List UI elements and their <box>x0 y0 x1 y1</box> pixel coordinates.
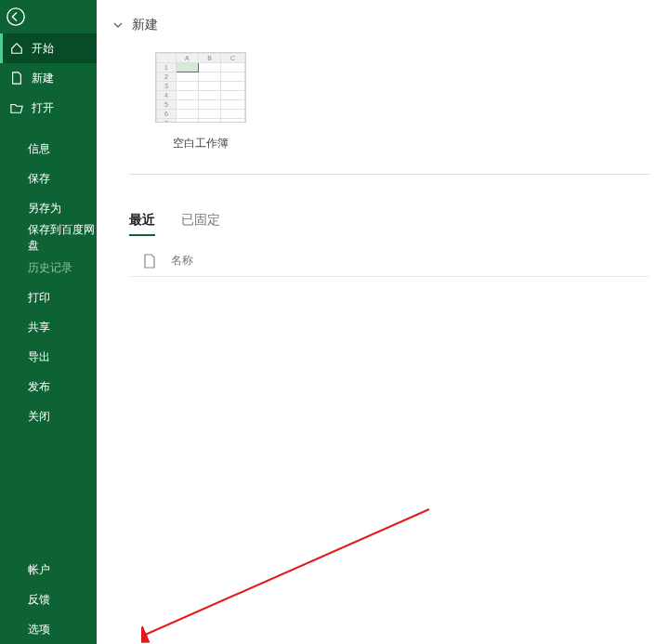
folder-open-icon <box>9 100 24 115</box>
nav-label: 导出 <box>28 349 50 365</box>
sidebar-item-account[interactable]: 帐户 <box>0 555 97 585</box>
sidebar-item-close[interactable]: 关闭 <box>0 401 97 431</box>
sidebar-item-history: 历史记录 <box>0 253 97 283</box>
nav-label: 反馈 <box>28 592 50 608</box>
nav-label: 帐户 <box>28 562 50 578</box>
back-button[interactable] <box>0 0 97 33</box>
svg-point-0 <box>7 8 24 25</box>
home-icon <box>9 41 24 56</box>
template-label: 空白工作簿 <box>145 136 256 151</box>
backstage-sidebar: 开始 新建 打开 信息 保存 另存为 保存到百度网盘 历史记录 打印 共享 导出… <box>0 0 97 644</box>
nav-label: 保存 <box>28 171 50 187</box>
sidebar-item-publish[interactable]: 发布 <box>0 372 97 401</box>
sidebar-item-info[interactable]: 信息 <box>0 134 97 164</box>
back-arrow-icon <box>6 7 26 27</box>
sidebar-item-home[interactable]: 开始 <box>0 33 97 63</box>
column-name: 名称 <box>171 253 193 269</box>
sidebar-item-options[interactable]: 选项 <box>0 614 97 644</box>
nav-label: 打开 <box>32 100 54 116</box>
templates-row: ABC 1 2 3 4 5 6 7 空白工作簿 <box>97 33 668 174</box>
sidebar-item-share[interactable]: 共享 <box>0 312 97 342</box>
tab-pinned[interactable]: 已固定 <box>181 212 220 236</box>
tab-recent[interactable]: 最近 <box>129 212 155 236</box>
sidebar-item-feedback[interactable]: 反馈 <box>0 585 97 614</box>
main-content: 新建 ABC 1 2 3 4 5 6 7 空白工作簿 最近 已固定 <box>97 0 668 644</box>
divider <box>129 276 649 277</box>
sidebar-item-save-baidu[interactable]: 保存到百度网盘 <box>0 223 97 253</box>
chevron-down-icon <box>113 20 124 30</box>
nav-label: 共享 <box>28 320 50 335</box>
new-section-header[interactable]: 新建 <box>97 0 668 33</box>
nav-label: 信息 <box>28 141 50 157</box>
template-thumbnail: ABC 1 2 3 4 5 6 7 <box>155 52 246 123</box>
sidebar-item-open[interactable]: 打开 <box>0 93 97 123</box>
nav-label: 发布 <box>28 379 50 395</box>
nav-label: 历史记录 <box>28 260 72 276</box>
nav-label: 选项 <box>28 622 50 637</box>
nav-label: 新建 <box>32 71 54 86</box>
file-icon <box>143 254 158 269</box>
red-arrow-annotation <box>141 507 439 644</box>
nav-label: 保存到百度网盘 <box>28 222 97 254</box>
sidebar-item-save[interactable]: 保存 <box>0 164 97 193</box>
template-blank-workbook[interactable]: ABC 1 2 3 4 5 6 7 空白工作簿 <box>145 52 256 151</box>
svg-line-1 <box>143 509 429 636</box>
list-header: 名称 <box>97 236 668 276</box>
nav-label: 关闭 <box>28 409 50 425</box>
recent-tabs: 最近 已固定 <box>97 175 668 236</box>
nav-label: 另存为 <box>28 201 61 217</box>
sidebar-item-print[interactable]: 打印 <box>0 283 97 312</box>
sidebar-item-new[interactable]: 新建 <box>0 63 97 93</box>
sidebar-item-export[interactable]: 导出 <box>0 342 97 372</box>
section-title: 新建 <box>132 17 158 33</box>
nav-label: 开始 <box>32 41 54 57</box>
sidebar-item-saveas[interactable]: 另存为 <box>0 193 97 223</box>
file-icon <box>9 71 24 85</box>
nav-label: 打印 <box>28 290 50 306</box>
